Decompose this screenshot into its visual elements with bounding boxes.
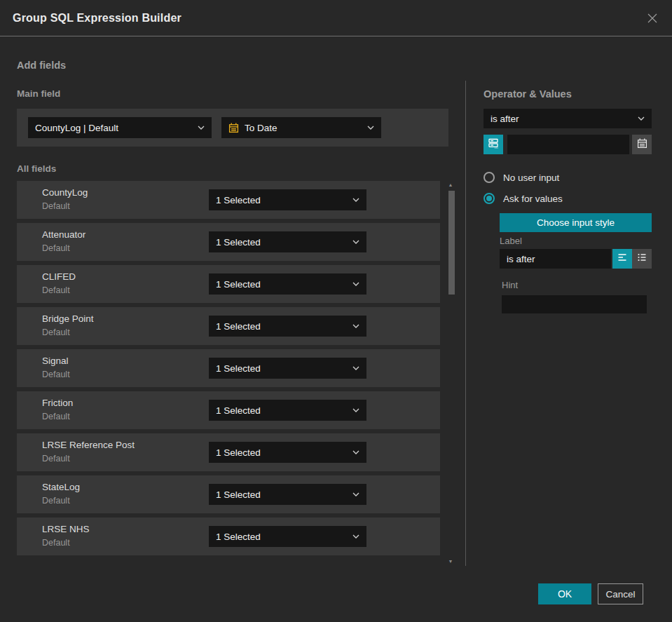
field-selected-value: 1 Selected (216, 321, 352, 332)
set-from-values-button[interactable] (484, 135, 503, 154)
choose-input-style-button[interactable]: Choose input style (500, 213, 652, 232)
main-field-label: Main field (17, 88, 60, 99)
field-selected-value: 1 Selected (216, 237, 352, 248)
main-field-type-select[interactable]: To Date (221, 117, 381, 138)
operator-values-heading: Operator & Values (484, 88, 572, 100)
cancel-button[interactable]: Cancel (598, 583, 643, 604)
align-left-icon (617, 252, 628, 266)
scrollbar-down-arrow[interactable]: ▼ (446, 559, 455, 564)
panel-divider (465, 81, 466, 566)
chevron-down-icon (367, 126, 374, 130)
stacked-rows-icon (488, 137, 499, 151)
chevron-down-icon (352, 324, 359, 328)
field-subtitle: Default (42, 243, 70, 253)
field-subtitle: Default (42, 201, 70, 211)
label-input[interactable] (500, 249, 611, 269)
field-selected-dropdown[interactable]: 1 Selected (209, 400, 366, 421)
field-row: CLIFED Default 1 Selected (17, 265, 440, 303)
field-row: Attenuator Default 1 Selected (17, 223, 440, 261)
field-row: Signal Default 1 Selected (17, 349, 440, 387)
add-fields-heading: Add fields (17, 60, 66, 71)
chevron-down-icon (352, 240, 359, 244)
field-row: Bridge Point Default 1 Selected (17, 307, 440, 345)
field-name: LRSE Reference Post (42, 440, 135, 450)
field-name: CountyLog (42, 187, 88, 198)
field-selected-value: 1 Selected (216, 489, 352, 500)
chevron-down-icon (352, 450, 359, 454)
field-row: LRSE NHS Default 1 Selected (17, 518, 440, 555)
chevron-down-icon (638, 116, 645, 121)
bullet-list-icon (636, 252, 647, 266)
field-selected-value: 1 Selected (216, 279, 352, 290)
field-name: Signal (42, 356, 69, 366)
field-row: Friction Default 1 Selected (17, 391, 440, 429)
dialog-title: Group SQL Expression Builder (13, 12, 181, 25)
operator-select-value: is after (491, 114, 638, 124)
calendar-gold-icon (228, 123, 239, 133)
dialog-titlebar: Group SQL Expression Builder (0, 0, 672, 36)
chevron-down-icon (352, 282, 359, 286)
field-subtitle: Default (42, 454, 70, 464)
ok-button[interactable]: OK (538, 583, 591, 604)
field-selected-dropdown[interactable]: 1 Selected (209, 273, 366, 295)
value-input[interactable] (507, 135, 629, 154)
field-selected-value: 1 Selected (216, 195, 352, 205)
date-picker-button[interactable] (632, 135, 652, 154)
field-name: StateLog (42, 482, 80, 492)
field-name: Attenuator (42, 229, 85, 240)
field-subtitle: Default (42, 327, 70, 337)
field-selected-dropdown[interactable]: 1 Selected (209, 484, 366, 505)
chevron-down-icon (198, 126, 205, 130)
scrollbar-up-arrow[interactable]: ▲ (446, 182, 455, 187)
field-name: Bridge Point (42, 313, 94, 324)
operator-select[interactable]: is after (484, 109, 652, 128)
radio-circle-icon (484, 172, 495, 183)
field-name: CLIFED (42, 271, 76, 282)
close-icon[interactable] (645, 11, 659, 25)
field-selected-dropdown[interactable]: 1 Selected (209, 526, 366, 547)
field-selected-dropdown[interactable]: 1 Selected (209, 189, 366, 210)
field-selected-dropdown[interactable]: 1 Selected (209, 358, 366, 379)
list-scrollbar[interactable]: ▲ ▼ (446, 181, 455, 565)
chevron-down-icon (352, 366, 359, 370)
field-subtitle: Default (42, 538, 70, 548)
field-subtitle: Default (42, 412, 70, 421)
chevron-down-icon (352, 492, 359, 496)
main-field-select-value: CountyLog | Default (35, 123, 198, 133)
field-subtitle: Default (42, 370, 70, 379)
field-selected-dropdown[interactable]: 1 Selected (209, 316, 366, 337)
label-heading: Label (500, 236, 522, 246)
field-name: Friction (42, 398, 73, 408)
calendar-icon (637, 138, 647, 151)
field-row: CountyLog Default 1 Selected (17, 181, 440, 219)
all-fields-list: CountyLog Default 1 Selected Attenuator … (17, 181, 440, 560)
all-fields-label: All fields (17, 163, 56, 174)
field-subtitle: Default (42, 285, 70, 295)
field-name: LRSE NHS (42, 524, 90, 534)
field-row: LRSE Reference Post Default 1 Selected (17, 433, 440, 471)
chevron-down-icon (352, 534, 359, 539)
single-line-style-button[interactable] (612, 249, 632, 269)
main-field-select[interactable]: CountyLog | Default (28, 117, 212, 138)
field-selected-dropdown[interactable]: 1 Selected (209, 231, 366, 252)
field-row: StateLog Default 1 Selected (17, 475, 440, 513)
radio-no-user-input[interactable]: No user input (484, 172, 559, 183)
scrollbar-thumb[interactable] (448, 191, 455, 295)
radio-label: Ask for values (503, 194, 563, 204)
field-selected-value: 1 Selected (216, 363, 352, 374)
chevron-down-icon (352, 408, 359, 412)
hint-input[interactable] (502, 295, 647, 313)
field-selected-value: 1 Selected (216, 447, 352, 458)
main-field-panel: CountyLog | Default To Date (17, 109, 448, 147)
field-subtitle: Default (42, 496, 70, 506)
main-field-type-value: To Date (245, 123, 367, 133)
chevron-down-icon (352, 198, 359, 202)
radio-ask-for-values[interactable]: Ask for values (484, 193, 563, 204)
field-selected-value: 1 Selected (216, 405, 352, 416)
radio-circle-selected-icon (484, 193, 495, 204)
field-selected-dropdown[interactable]: 1 Selected (209, 442, 366, 463)
list-style-button[interactable] (632, 249, 652, 269)
radio-label: No user input (503, 173, 559, 183)
hint-heading: Hint (502, 280, 518, 290)
field-selected-value: 1 Selected (216, 532, 352, 542)
